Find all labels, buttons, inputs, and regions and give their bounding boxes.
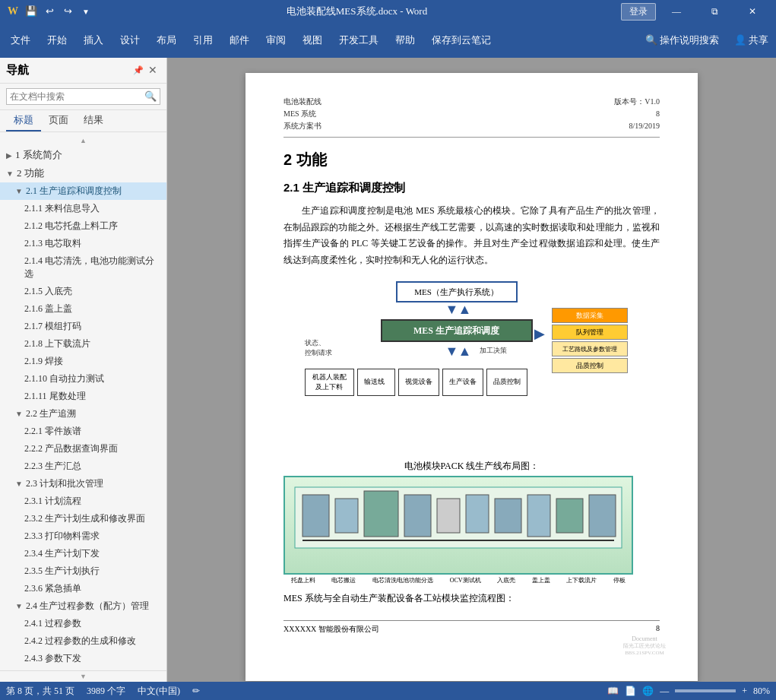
sidebar-item-2-3-3[interactable]: 2.3.3 打印物料需求 <box>0 527 166 545</box>
watermark: Document 陌光工匠光伏论坛 BBS.21SPV.COM <box>599 635 690 673</box>
arrow-up-2: ▲ <box>458 344 472 360</box>
sidebar-item-2-1-6[interactable]: 2.1.6 盖上盖 <box>0 300 166 318</box>
sidebar-item-2-3-2[interactable]: 2.3.2 生产计划生成和修改界面 <box>0 510 166 527</box>
factory-label: 电池模块PACK 线生产线布局图： <box>283 460 660 473</box>
footer-page: 8 <box>656 624 660 635</box>
factory-section: 电池模块PACK 线生产线布局图： <box>283 460 660 584</box>
sidebar-pin-icon[interactable]: 📌 <box>131 64 145 77</box>
sidebar-item-2-4-3[interactable]: 2.4.3 参数下发 <box>0 650 166 667</box>
bottom-box-vision: 视觉设备 <box>398 369 439 395</box>
minimize-button[interactable]: — <box>659 0 694 23</box>
right-label: 加工决策 <box>480 346 507 356</box>
person-icon: 👤 <box>734 34 746 46</box>
sidebar-item-2-2-1[interactable]: 2.2.1 零件族谱 <box>0 423 166 440</box>
sidebar-item-2-2-2[interactable]: 2.2.2 产品数据查询界面 <box>0 440 166 458</box>
sidebar-item-2-1-9[interactable]: 2.1.9 焊接 <box>0 353 166 370</box>
read-mode-icon[interactable]: 📖 <box>607 686 619 697</box>
ribbon: 文件 开始 插入 设计 布局 引用 邮件 审阅 视图 开发工具 帮助 保存到云笔… <box>0 23 776 58</box>
sidebar-item-2-4[interactable]: ▼ 2.4 生产过程参数（配方）管理 <box>0 597 166 615</box>
sidebar-item-2-1-5[interactable]: 2.1.5 入底壳 <box>0 283 166 300</box>
tab-insert[interactable]: 插入 <box>76 30 111 50</box>
svg-rect-7 <box>495 499 521 533</box>
sidebar-item-2-1-3[interactable]: 2.1.3 电芯取料 <box>0 235 166 252</box>
doc-date: 8/19/2019 <box>614 120 660 132</box>
search-input[interactable] <box>10 91 144 102</box>
svg-rect-1 <box>302 495 329 537</box>
rp-quality-ctrl: 品质控制 <box>552 358 628 373</box>
sidebar-item-2-1-10[interactable]: 2.1.10 自动拉力测试 <box>0 370 166 388</box>
doc-header-line1: 电池装配线 <box>283 96 321 108</box>
document-area[interactable]: 电池装配线 MES 系统 系统方案书 版本号：V1.0 8 8/19/2019 … <box>167 58 776 682</box>
search-box: 🔍 <box>6 88 160 105</box>
undo-icon[interactable]: ↩ <box>43 5 56 18</box>
tab-results[interactable]: 结果 <box>76 110 111 131</box>
search-help[interactable]: 🔍 操作说明搜索 <box>641 32 724 49</box>
tab-design[interactable]: 设计 <box>112 30 147 50</box>
tab-headings[interactable]: 标题 <box>6 110 41 131</box>
redo-icon[interactable]: ↪ <box>61 5 74 18</box>
save-icon[interactable]: 💾 <box>24 5 38 18</box>
search-icon[interactable]: 🔍 <box>144 90 157 103</box>
print-layout-icon[interactable]: 📄 <box>625 686 636 697</box>
web-layout-icon[interactable]: 🌐 <box>642 686 654 697</box>
ribbon-right: 🔍 操作说明搜索 👤 共享 <box>641 32 773 49</box>
sidebar-item-2-1-8[interactable]: 2.1.8 上下载流片 <box>0 335 166 353</box>
scroll-bottom-indicator: ▼ <box>0 670 166 682</box>
zoom-level[interactable]: 80% <box>753 686 770 697</box>
sidebar-item-2-3-1[interactable]: 2.3.1 计划流程 <box>0 493 166 510</box>
sidebar-item-2-1-2[interactable]: 2.1.2 电芯托盘上料工序 <box>0 217 166 235</box>
sidebar-item-2-3-4[interactable]: 2.3.4 生产计划下发 <box>0 545 166 562</box>
svg-rect-8 <box>527 495 550 537</box>
tab-developer[interactable]: 开发工具 <box>331 30 386 50</box>
arrow-down-2: ▼ <box>445 344 459 360</box>
sidebar-item-2-1-1[interactable]: 2.1.1 来料信息导入 <box>0 200 166 217</box>
doc-header-right: 版本号：V1.0 8 8/19/2019 <box>614 96 660 132</box>
sidebar-item-2-2-3[interactable]: 2.2.3 生产汇总 <box>0 458 166 475</box>
tab-pages[interactable]: 页面 <box>41 110 76 131</box>
tab-file[interactable]: 文件 <box>3 30 38 50</box>
zoom-in-icon[interactable]: + <box>742 686 747 697</box>
sidebar-item-2-3-6[interactable]: 2.3.6 紧急插单 <box>0 580 166 597</box>
sidebar-item-2-4-2[interactable]: 2.4.2 过程参数的生成和修改 <box>0 632 166 650</box>
close-button[interactable]: ✕ <box>735 0 770 23</box>
zoom-slider[interactable] <box>675 689 736 692</box>
sidebar-item-2-2[interactable]: ▼ 2.2 生产追溯 <box>0 405 166 423</box>
sidebar-item-2-3[interactable]: ▼ 2.3 计划和批次管理 <box>0 475 166 493</box>
tab-home[interactable]: 开始 <box>40 30 74 50</box>
tab-mailings[interactable]: 邮件 <box>222 30 257 50</box>
doc-header-line3: 系统方案书 <box>283 120 321 132</box>
factory-footer-labels: 托盘上料 电芯搬运 电芯清洗电池功能分选 OCV测试机 入底壳 盖上盖 上下载流… <box>283 576 633 584</box>
login-button[interactable]: 登录 <box>621 3 656 21</box>
share-button[interactable]: 👤 共享 <box>730 32 773 49</box>
customize-icon[interactable]: ▼ <box>79 5 93 18</box>
sidebar-item-2-3-5[interactable]: 2.3.5 生产计划执行 <box>0 562 166 580</box>
doc-footer: XXXXXX 智能股份有限公司 8 <box>283 620 660 635</box>
tab-review[interactable]: 审阅 <box>258 30 293 50</box>
sidebar-title: 导航 <box>6 63 131 78</box>
sidebar-item-2-1-7[interactable]: 2.1.7 模组打码 <box>0 318 166 335</box>
title-bar-title: 电池装配线MES系统.docx - Word <box>93 5 621 18</box>
tab-help[interactable]: 帮助 <box>388 30 423 50</box>
zoom-out-icon[interactable]: — <box>660 686 669 697</box>
word-count: 3989 个字 <box>87 685 125 698</box>
sidebar-item-2-1[interactable]: ▼ 2.1 生产追踪和调度控制 <box>0 182 166 200</box>
sidebar-close-button[interactable]: ✕ <box>145 62 160 78</box>
tab-layout[interactable]: 布局 <box>149 30 184 50</box>
sidebar-item-2-1-11[interactable]: 2.1.11 尾数处理 <box>0 388 166 405</box>
bottom-box-robot: 机器人装配及上下料 <box>305 369 354 395</box>
sidebar-item-1[interactable]: ▶ 1 系统简介 <box>0 146 166 164</box>
sidebar-item-2-1-4[interactable]: 2.1.4 电芯清洗，电池功能测试分选 <box>0 252 166 283</box>
sidebar-item-2-4-1[interactable]: 2.4.1 过程参数 <box>0 615 166 632</box>
language-indicator[interactable]: 中文(中国) <box>138 685 180 698</box>
tab-references[interactable]: 引用 <box>185 30 220 50</box>
restore-button[interactable]: ⧉ <box>697 0 732 23</box>
mes-diagram-container: MES（生产执行系统） ▼ ▲ MES 生产追踪和调度 ▶ 数据采集 队列管理 … <box>283 277 660 452</box>
document-page: 电池装配线 MES 系统 系统方案书 版本号：V1.0 8 8/19/2019 … <box>245 73 698 681</box>
bottom-boxes-row: 机器人装配及上下料 输送线 视觉设备 生产设备 品质控制 <box>305 369 527 395</box>
chapter-title: 2 功能 <box>283 150 660 170</box>
expand-icon: ▼ <box>15 480 23 488</box>
section-title: 2.1 生产追踪和调度控制 <box>283 181 660 195</box>
tab-save-cloud[interactable]: 保存到云笔记 <box>424 30 499 50</box>
tab-view[interactable]: 视图 <box>295 30 330 50</box>
sidebar-item-2[interactable]: ▼ 2 功能 <box>0 164 166 182</box>
